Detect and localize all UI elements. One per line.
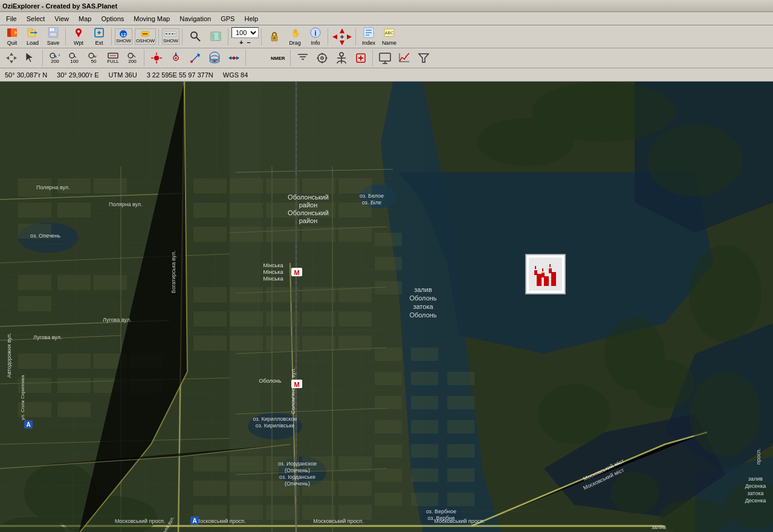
svg-point-13 <box>77 30 80 33</box>
menu-select[interactable]: Select <box>22 14 50 24</box>
svg-rect-196 <box>338 481 372 496</box>
svg-line-63 <box>134 55 136 57</box>
info-button[interactable]: i Info <box>306 27 325 47</box>
track-group[interactable]: 12 SHOW <box>115 28 132 45</box>
zoom-select[interactable]: 100 50 200 <box>231 27 259 38</box>
index-button[interactable]: Index <box>359 27 378 47</box>
svg-marker-72 <box>175 53 177 56</box>
svg-rect-159 <box>193 336 227 351</box>
move-button[interactable] <box>2 50 21 66</box>
svg-rect-187 <box>193 456 227 472</box>
mm-nmer-button[interactable]: NMER <box>268 50 288 66</box>
zoom200-button[interactable]: 200 <box>46 50 64 66</box>
gps1-button[interactable] <box>147 50 166 66</box>
menu-options[interactable]: Options <box>96 14 129 24</box>
nav-control[interactable] <box>331 27 353 47</box>
screen-button[interactable] <box>376 50 394 66</box>
svg-rect-135 <box>193 203 227 218</box>
svg-text:Оболонський: Оболонський <box>288 193 329 201</box>
svg-text:оз. Кирилловское: оз. Кирилловское <box>253 416 297 422</box>
svg-marker-36 <box>332 34 337 39</box>
map-area[interactable]: Оболонський район Оболонський район оз. … <box>0 82 773 532</box>
svg-point-57 <box>89 53 94 58</box>
gps4-button[interactable] <box>205 50 224 66</box>
nmer-button[interactable] <box>249 50 267 66</box>
ext-button[interactable]: Ext <box>89 27 109 47</box>
svg-marker-81 <box>236 56 239 60</box>
zoom-plus[interactable]: + <box>238 39 244 46</box>
gps2-button[interactable] <box>167 50 185 66</box>
gps3-button[interactable] <box>186 50 204 66</box>
svg-rect-150 <box>230 287 263 302</box>
svg-rect-178 <box>411 444 438 458</box>
svg-point-23 <box>191 32 197 38</box>
menu-navigation[interactable]: Navigation <box>175 14 216 24</box>
cursor-button[interactable] <box>22 50 40 66</box>
search-icon <box>189 30 201 44</box>
sep3 <box>158 28 160 45</box>
target-button[interactable] <box>313 50 331 66</box>
load-icon <box>27 27 39 40</box>
svg-rect-302 <box>537 274 542 286</box>
svg-rect-176 <box>411 396 438 409</box>
menu-gps[interactable]: GPS <box>216 14 239 24</box>
svg-rect-182 <box>447 396 474 409</box>
svg-point-204 <box>647 124 743 196</box>
lon-display: 30° 29,900'r E <box>57 71 99 79</box>
zoom-minus[interactable]: – <box>246 39 252 46</box>
quit-button[interactable]: Quit <box>2 27 22 47</box>
svg-text:Мінська: Мінська <box>264 269 283 275</box>
svg-marker-12 <box>76 33 81 37</box>
svg-rect-146 <box>338 178 372 193</box>
svg-rect-303 <box>544 276 549 286</box>
chart-button[interactable] <box>395 50 413 66</box>
index-label: Index <box>362 40 375 47</box>
save-icon <box>47 27 59 40</box>
svg-rect-171 <box>375 444 402 458</box>
funnel-button[interactable] <box>415 50 433 66</box>
menu-file[interactable]: File <box>1 14 22 24</box>
svg-rect-9 <box>50 33 57 36</box>
add-button[interactable] <box>352 50 370 66</box>
wpt-button[interactable]: Wpt <box>69 27 88 47</box>
menu-view[interactable]: View <box>50 14 74 24</box>
zoomfull-button[interactable]: FULL <box>104 50 122 66</box>
svg-rect-177 <box>411 420 438 433</box>
zoom50-button[interactable]: 50 <box>85 50 103 66</box>
svg-rect-154 <box>193 311 227 326</box>
svg-text:оз. Вербное: оз. Вербное <box>426 508 456 514</box>
filter-button[interactable] <box>294 50 312 66</box>
mm-nmer-label: NMER <box>271 56 285 61</box>
menu-map[interactable]: Map <box>74 14 96 24</box>
zoom-custom-button[interactable]: 200 <box>123 50 141 66</box>
svg-rect-306 <box>542 273 545 277</box>
search-button[interactable] <box>186 27 205 47</box>
save-button[interactable]: Save <box>44 27 63 47</box>
anchor-button[interactable] <box>332 50 351 66</box>
svg-rect-170 <box>375 420 402 433</box>
zoom-custom-label: 200 <box>128 59 136 64</box>
svg-text:Солом'янська вул.: Солом'янська вул. <box>290 368 296 414</box>
svg-point-79 <box>214 60 216 62</box>
drag-button[interactable]: ✋ Drag <box>285 27 305 47</box>
svg-text:Лугова вул.: Лугова вул. <box>103 317 131 323</box>
menu-help[interactable]: Help <box>239 14 263 24</box>
svg-rect-179 <box>411 469 438 482</box>
lock-button[interactable] <box>265 27 284 47</box>
line-group[interactable]: SHOW <box>162 28 180 45</box>
svg-text:просп.: просп. <box>755 449 762 465</box>
menu-moving-map[interactable]: Moving Map <box>129 14 175 24</box>
map-button[interactable] <box>206 27 225 47</box>
gps5-button[interactable] <box>225 50 243 66</box>
name-icon: ABC <box>383 27 395 40</box>
svg-point-75 <box>190 60 193 63</box>
sep-tb2-2 <box>144 50 145 66</box>
svg-rect-129 <box>57 378 91 393</box>
name-button[interactable]: ABC Name <box>380 27 399 47</box>
zoom100b-button[interactable]: 100 <box>65 50 83 66</box>
load-button[interactable]: Load <box>23 27 42 47</box>
svg-text:Полярна вул.: Полярна вул. <box>109 201 143 207</box>
svg-rect-155 <box>230 311 263 326</box>
oshow-group[interactable]: OSHOW <box>135 28 156 45</box>
load-label: Load <box>27 40 39 47</box>
